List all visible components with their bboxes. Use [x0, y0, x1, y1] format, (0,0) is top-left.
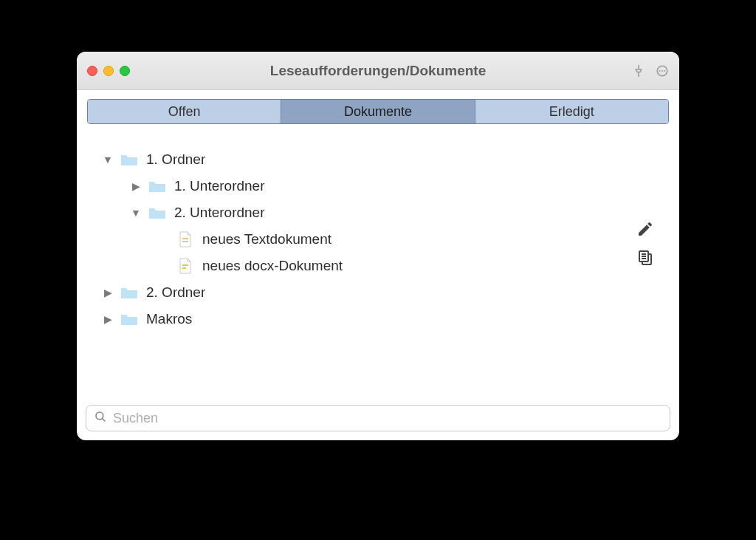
chevron-down-icon[interactable]: ▼ [128, 207, 143, 219]
tab-offen[interactable]: Offen [88, 100, 281, 123]
row-actions [636, 220, 654, 269]
content-area: ▼ 1. Ordner ▶ 1. Unterordner ▼ [77, 124, 679, 405]
edit-icon[interactable] [636, 220, 654, 241]
tree-label: 2. Unterordner [171, 205, 265, 221]
chevron-down-icon[interactable]: ▼ [100, 154, 115, 165]
tree-row[interactable]: ▶ 1. Unterordner [87, 173, 669, 199]
document-tree: ▼ 1. Ordner ▶ 1. Unterordner ▼ [87, 146, 669, 332]
minimize-window-button[interactable] [103, 66, 114, 76]
folder-icon [120, 311, 139, 327]
tab-erledigt[interactable]: Erledigt [475, 100, 668, 123]
window-title: Leseaufforderungen/Dokumente [77, 63, 679, 79]
search-input[interactable] [113, 411, 662, 426]
tree-row[interactable]: ▶ neues docx-Dokument [87, 253, 669, 279]
close-window-button[interactable] [87, 66, 97, 76]
maximize-window-button[interactable] [120, 66, 130, 76]
svg-rect-7 [182, 267, 186, 269]
window-controls [87, 66, 130, 76]
svg-point-1 [659, 70, 661, 72]
tab-label: Erledigt [549, 104, 594, 120]
folder-icon [120, 151, 139, 168]
tree-label: Makros [143, 311, 192, 327]
tree-label: 1. Ordner [143, 151, 205, 168]
svg-line-14 [102, 418, 105, 421]
tree-row[interactable]: ▶ 2. Ordner [87, 279, 669, 306]
tree-row[interactable]: ▶ Makros [87, 306, 669, 332]
svg-point-3 [664, 70, 665, 72]
chevron-right-icon[interactable]: ▶ [100, 287, 115, 298]
svg-rect-6 [182, 264, 188, 266]
tabbar: Offen Dokumente Erledigt [77, 90, 679, 124]
folder-icon [148, 205, 167, 221]
tab-dokumente[interactable]: Dokumente [281, 100, 475, 123]
svg-rect-5 [182, 241, 188, 242]
tab-label: Dokumente [344, 104, 412, 120]
svg-rect-4 [182, 238, 188, 239]
folder-icon [120, 284, 139, 301]
svg-point-2 [662, 70, 663, 72]
titlebar: Leseaufforderungen/Dokumente [77, 52, 679, 90]
tree-label: neues Textdokument [199, 231, 331, 247]
tree-row[interactable]: ▶ neues Textdokument [87, 226, 669, 253]
tree-row[interactable]: ▼ 1. Ordner [87, 146, 669, 173]
tab-label: Offen [168, 104, 201, 120]
app-window: Leseaufforderungen/Dokumente [77, 52, 679, 440]
search-bar[interactable] [86, 405, 670, 431]
pin-icon[interactable] [632, 64, 645, 78]
chevron-right-icon[interactable]: ▶ [100, 313, 115, 325]
tree-label: 1. Unterordner [171, 178, 265, 194]
file-icon [176, 258, 195, 274]
tree-label: 2. Ordner [143, 284, 205, 301]
chevron-right-icon[interactable]: ▶ [128, 180, 143, 192]
copy-icon[interactable] [636, 248, 654, 269]
search-icon [94, 410, 107, 426]
tree-row[interactable]: ▼ 2. Unterordner [87, 199, 669, 226]
folder-icon [148, 178, 167, 194]
file-icon [176, 231, 195, 247]
tree-label: neues docx-Dokument [199, 258, 343, 274]
more-icon[interactable] [656, 64, 669, 78]
